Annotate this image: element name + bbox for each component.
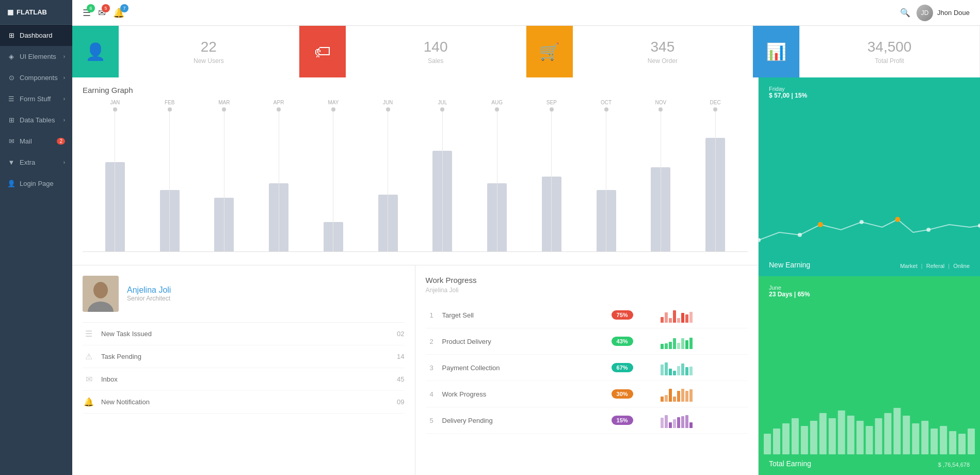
svg-rect-26 (912, 423, 919, 454)
chart-bar-aug (470, 107, 524, 251)
chart-month-mar: MAR (206, 100, 242, 105)
menu-button[interactable]: ☰ 6 (83, 7, 91, 19)
svg-point-7 (860, 220, 864, 224)
mbar (689, 367, 693, 375)
wp-badge: 43% (612, 337, 633, 346)
chart-month-oct: OCT (588, 100, 624, 105)
svg-rect-24 (893, 408, 901, 454)
chart-line (333, 112, 333, 251)
chart-month-jul: JUL (424, 100, 460, 105)
mbar (673, 397, 676, 402)
mbar (661, 418, 664, 428)
mbar (665, 312, 668, 323)
mbar (681, 313, 684, 323)
svg-rect-10 (764, 434, 771, 454)
sidebar-item-mail[interactable]: ✉ Mail 2 (0, 131, 72, 152)
stat-number-sales: 140 (346, 39, 526, 55)
chart-month-aug: AUG (479, 100, 515, 105)
user-name: Jhon Doue (937, 9, 970, 17)
sidebar-item-extra[interactable]: ▼ Extra › (0, 152, 72, 173)
stat-number-users: 22 (119, 39, 299, 55)
svg-rect-31 (958, 434, 966, 454)
chart-line (551, 112, 552, 251)
chart-month-sep: SEP (534, 100, 570, 105)
sidebar-item-form-stuff[interactable]: ☰ Form Stuff › (0, 88, 72, 109)
sidebar-item-data-tables[interactable]: ⊞ Data Tables › (0, 109, 72, 131)
table-row: 1 Target Sell 75% (426, 302, 748, 328)
sidebar-item-dashboard[interactable]: ⊞ Dashboard (0, 25, 72, 46)
sidebar-item-components[interactable]: ⊙ Components › (0, 67, 72, 88)
svg-rect-16 (820, 413, 827, 454)
svg-rect-19 (847, 416, 855, 454)
stat-info-sales: 140 Sales (346, 39, 526, 65)
profile-info: Anjelina Joli Senior Architect (127, 286, 171, 302)
wp-badge: 75% (612, 310, 633, 320)
mbar (669, 342, 672, 349)
mbar (681, 363, 684, 375)
mini-bars (661, 334, 744, 349)
stat-label-sales: Sales (346, 57, 526, 65)
chart-months: JANFEBMARAPRMAYJUNJULAUGSEPOCTNOVDEC (83, 100, 748, 105)
total-earning-value: 23 Days | 65% (769, 291, 970, 298)
sidebar-label-ui-elements: UI Elements (20, 53, 56, 60)
chart-line (115, 112, 115, 251)
chart-month-dec: DEC (697, 100, 733, 105)
profile-header: Anjelina Joli Senior Architect (83, 276, 405, 312)
search-icon[interactable]: 🔍 (900, 8, 910, 18)
wp-num: 5 (426, 407, 438, 434)
stat-label: New Notification (101, 398, 391, 406)
sidebar: ▦ FLATLAB ⊞ Dashboard ◈ UI Elements › ⊙ … (0, 0, 72, 475)
wp-badge: 15% (612, 416, 633, 425)
menu-badge: 6 (87, 4, 95, 12)
stats-row: 👤 22 New Users 🏷 140 Sales 🛒 345 New Ord… (72, 26, 980, 77)
chart-month-nov: NOV (642, 100, 679, 105)
stat-value: 14 (397, 353, 404, 360)
svg-rect-15 (810, 421, 817, 454)
chart-line (606, 112, 606, 251)
svg-rect-14 (801, 426, 808, 454)
stat-icon: ⚠ (83, 352, 95, 361)
left-panel: Earning Graph JANFEBMARAPRMAYJUNJULAUGSE… (72, 77, 758, 475)
svg-rect-18 (838, 410, 845, 454)
work-progress-table: 1 Target Sell 75% 2 Product Delivery 43% (426, 302, 748, 434)
sidebar-icon-form-stuff: ☰ (7, 95, 15, 103)
lower-content: Earning Graph JANFEBMARAPRMAYJUNJULAUGSE… (72, 77, 980, 475)
mbar (689, 312, 693, 323)
mbar (673, 310, 676, 323)
chart-bar-may (306, 107, 361, 251)
stat-icon: ✉ (83, 374, 95, 384)
stat-info-orders: 345 New Order (573, 39, 753, 65)
mbar (677, 366, 680, 375)
wp-badge-cell: 30% (588, 381, 656, 407)
mbar (669, 369, 672, 375)
svg-point-5 (759, 238, 761, 242)
wp-mini-bars (656, 328, 748, 355)
sidebar-item-login-page[interactable]: 👤 Login Page (0, 173, 72, 194)
svg-rect-11 (773, 429, 780, 454)
chart-area: JANFEBMARAPRMAYJUNJULAUGSEPOCTNOVDEC (83, 100, 748, 265)
sidebar-icon-login-page: 👤 (7, 180, 15, 187)
chart-dot (331, 107, 335, 112)
mbar (669, 389, 672, 402)
wp-num: 4 (426, 381, 438, 407)
new-earning-links: Market | Referal | Online (900, 263, 970, 269)
chart-month-may: MAY (315, 100, 351, 105)
svg-rect-12 (782, 423, 790, 454)
profile-stats: ☰ New Task Issued 02 ⚠ Task Pending 14 ✉… (83, 322, 405, 414)
chart-dot (386, 107, 390, 112)
total-earning-label: Total Earning (769, 460, 811, 468)
mbar (661, 317, 664, 323)
stat-label-profit: Total Profit (799, 57, 979, 65)
svg-point-3 (818, 222, 823, 227)
svg-point-1 (93, 282, 108, 298)
chart-bar-sep (524, 107, 579, 251)
mail-button[interactable]: ✉ 5 (98, 7, 106, 19)
wp-mini-bars (656, 407, 748, 434)
profile-stat-inbox: ✉ Inbox 45 (83, 368, 405, 391)
sidebar-item-ui-elements[interactable]: ◈ UI Elements › (0, 46, 72, 67)
mbar (689, 338, 693, 349)
chart-dot (222, 107, 226, 112)
user-menu[interactable]: JD Jhon Doue (917, 5, 970, 21)
bell-button[interactable]: 🔔 7 (113, 7, 124, 19)
chart-dot (495, 107, 499, 112)
